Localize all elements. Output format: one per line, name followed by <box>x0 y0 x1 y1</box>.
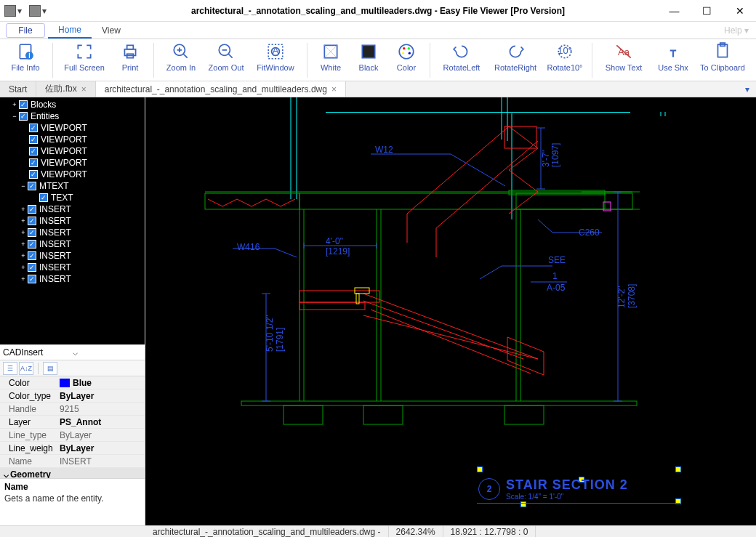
status-coords: 18.921 : 12.7798 : 0 <box>443 526 536 537</box>
svg-text:[3708]: [3708] <box>627 284 637 308</box>
svg-text:3'-7": 3'-7" <box>541 150 551 167</box>
tab-home[interactable]: Home <box>48 22 92 39</box>
svg-rect-37 <box>241 401 637 405</box>
tab-view[interactable]: View <box>92 22 131 39</box>
window-title: architectural_-_annotation_scaling_and_m… <box>0 6 756 16</box>
zoom-out-button[interactable]: Zoom Out <box>204 40 249 79</box>
zoom-out-icon <box>216 41 236 62</box>
print-button[interactable]: Print <box>111 40 149 79</box>
svg-point-13 <box>399 44 414 59</box>
drawing-title: STAIR SECTION 2 <box>506 477 628 493</box>
clipboard-icon <box>712 41 733 62</box>
cad-viewport[interactable]: W12 W416 4'-0" [1219] 3'-7" [1097] C260 … <box>145 97 756 525</box>
black-bg-icon <box>358 41 379 62</box>
fit-window-button[interactable]: A FitWindow <box>249 40 302 79</box>
zoom-in-icon <box>171 41 191 62</box>
property-grid[interactable]: ColorBlue Color_typeByLayer Handle9215 L… <box>0 376 145 478</box>
file-info-icon: i <box>15 41 36 62</box>
close-icon[interactable]: × <box>81 84 87 94</box>
rotate-left-icon <box>451 41 472 62</box>
property-toolbar: ☰ A↓Z ▤ <box>0 360 145 376</box>
categorized-view-button[interactable]: ☰ <box>3 362 17 375</box>
color-button[interactable]: Color <box>387 40 425 79</box>
rotate-10-button[interactable]: 10° Rotate10° <box>542 40 587 79</box>
window-close-button[interactable]: ✕ <box>723 0 756 22</box>
zoom-in-button[interactable]: Zoom In <box>158 40 204 79</box>
svg-text:SEE: SEE <box>548 255 566 265</box>
window-maximize-button[interactable]: ☐ <box>691 0 723 22</box>
chevron-down-icon[interactable]: ⌵ <box>1 469 10 478</box>
property-description: Name Gets a name of the entity. <box>0 478 145 525</box>
qat-icon-2[interactable] <box>29 5 41 17</box>
tab-overflow-button[interactable]: ▾ <box>739 81 756 97</box>
svg-text:W416: W416 <box>237 242 260 252</box>
shx-icon: T <box>663 41 683 62</box>
svg-rect-12 <box>362 45 374 57</box>
svg-rect-33 <box>299 193 605 209</box>
window-minimize-button[interactable]: — <box>658 0 691 22</box>
drawing-svg: W12 W416 4'-0" [1219] 3'-7" [1097] C260 … <box>145 97 756 514</box>
svg-text:i: i <box>28 49 31 60</box>
print-icon <box>120 41 140 62</box>
title-underline <box>477 503 680 504</box>
window-titlebar: ▾ ▾ architectural_-_annotation_scaling_a… <box>0 0 756 22</box>
show-text-icon: Aa <box>614 41 634 62</box>
svg-line-75 <box>275 249 297 257</box>
full-screen-button[interactable]: Full Screen <box>57 40 111 79</box>
property-pages-button[interactable]: ▤ <box>43 362 57 375</box>
entity-tree[interactable]: +✓Blocks −✓Entities ✓VIEWPORT ✓VIEWPORT … <box>0 97 145 344</box>
svg-line-66 <box>480 266 502 279</box>
white-bg-icon <box>321 41 341 62</box>
sidebar: +✓Blocks −✓Entities ✓VIEWPORT ✓VIEWPORT … <box>0 97 145 525</box>
fullscreen-icon <box>74 41 94 62</box>
svg-text:[1791]: [1791] <box>275 328 285 352</box>
color-palette-icon <box>396 41 417 62</box>
black-bg-button[interactable]: Black <box>350 40 387 79</box>
color-swatch <box>60 379 70 387</box>
help-menu[interactable]: Help ▾ <box>717 22 756 39</box>
alphabetical-view-button[interactable]: A↓Z <box>19 362 33 375</box>
detail-bubble: 2 <box>478 478 500 500</box>
svg-text:A: A <box>273 45 279 56</box>
drawing-title-block: 2 STAIR SECTION 2 Scale: 1/4" = 1'-0" <box>478 477 628 501</box>
svg-line-64 <box>538 219 552 233</box>
svg-rect-50 <box>299 291 379 302</box>
svg-rect-51 <box>299 302 365 310</box>
document-tab-fbx[interactable]: 佐助.fbx× <box>36 81 95 97</box>
svg-text:W12: W12 <box>375 145 393 155</box>
use-shx-button[interactable]: T Use Shx <box>651 40 696 79</box>
svg-point-16 <box>409 52 411 54</box>
svg-point-15 <box>408 47 410 49</box>
menu-bar: File Home View Help ▾ <box>0 22 756 39</box>
rotate-right-button[interactable]: RotateRight <box>488 40 542 79</box>
svg-rect-32 <box>205 193 299 209</box>
to-clipboard-button[interactable]: To Clipboard <box>696 40 749 79</box>
file-info-button[interactable]: i File Info <box>3 40 48 79</box>
rotate-left-button[interactable]: RotateLeft <box>435 40 488 79</box>
entity-type-selector[interactable]: CADInsert⌵ <box>0 344 145 360</box>
svg-rect-39 <box>363 405 403 424</box>
qat-icon-1[interactable] <box>4 5 16 17</box>
svg-text:T: T <box>670 47 676 58</box>
show-text-button[interactable]: Aa Show Text <box>597 40 651 79</box>
svg-text:[1219]: [1219] <box>326 246 350 257</box>
grip-handle[interactable] <box>675 467 681 472</box>
status-filename: architectural_-_annotation_scaling_and_m… <box>145 526 389 537</box>
drawing-scale: Scale: 1/4" = 1'-0" <box>506 493 628 501</box>
document-tab-start[interactable]: Start <box>0 81 36 97</box>
rotate-10-icon: 10° <box>555 41 575 62</box>
svg-text:5'-10 1/2": 5'-10 1/2" <box>265 315 275 352</box>
file-menu-button[interactable]: File <box>6 23 45 38</box>
svg-point-14 <box>403 47 405 49</box>
svg-text:A-05: A-05 <box>547 283 566 293</box>
white-bg-button[interactable]: White <box>312 40 350 79</box>
grip-handle[interactable] <box>477 467 483 472</box>
svg-rect-38 <box>284 405 323 424</box>
fit-window-icon: A <box>265 41 286 62</box>
document-tab-dwg[interactable]: architectural_-_annotation_scaling_and_m… <box>96 81 346 97</box>
close-icon[interactable]: × <box>331 84 337 94</box>
svg-rect-34 <box>509 190 605 195</box>
svg-rect-4 <box>127 45 134 49</box>
svg-text:[1097]: [1097] <box>550 143 560 167</box>
status-zoom: 2642.34% <box>389 526 443 537</box>
